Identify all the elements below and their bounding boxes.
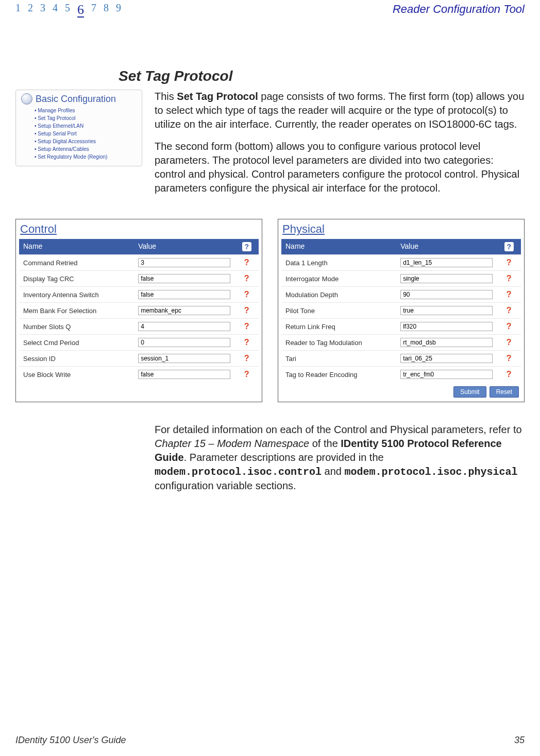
help-header-icon[interactable]: ?: [242, 242, 251, 251]
help-icon[interactable]: ?: [244, 322, 249, 331]
help-icon[interactable]: ?: [507, 306, 512, 315]
basic-config-sidebar: Basic Configuration Manage ProfilesSet T…: [15, 90, 142, 166]
param-help-cell: ?: [234, 271, 259, 286]
bp-mono2: modem.protocol.isoc.physical: [345, 466, 518, 478]
help-icon[interactable]: ?: [244, 290, 249, 299]
param-name: Select Cmd Period: [19, 336, 134, 350]
help-icon[interactable]: ?: [244, 258, 249, 267]
table-row: Interrogator Mode?: [281, 270, 521, 286]
param-value-input[interactable]: [400, 258, 493, 267]
table-row: Select Cmd Period?: [19, 334, 259, 350]
param-value-input[interactable]: [138, 306, 230, 315]
param-value-cell: [396, 255, 497, 270]
help-icon[interactable]: ?: [244, 370, 249, 379]
param-help-cell: ?: [497, 335, 521, 350]
table-row: Command Retried?: [19, 254, 259, 270]
table-row: Data 1 Length?: [281, 254, 521, 270]
param-help-cell: ?: [497, 351, 521, 366]
sidebar-item[interactable]: Setup Digital Accessories: [35, 138, 137, 145]
chapter-link-1[interactable]: 1: [15, 2, 21, 16]
bp-t3: . Parameter descriptions are provided in…: [184, 452, 384, 463]
sidebar-item[interactable]: Setup Antenna/Cables: [35, 145, 137, 153]
help-icon[interactable]: ?: [507, 274, 512, 283]
chapter-link-7[interactable]: 7: [91, 2, 96, 16]
help-icon[interactable]: ?: [507, 322, 512, 331]
bp-t4: and: [322, 466, 344, 477]
chapter-link-9[interactable]: 9: [116, 2, 121, 16]
table-row: Use Block Write?: [19, 366, 259, 382]
help-icon[interactable]: ?: [244, 354, 249, 363]
param-value-input[interactable]: [138, 290, 230, 299]
chapter-link-4[interactable]: 4: [53, 2, 58, 16]
param-value-cell: [134, 319, 234, 334]
help-icon[interactable]: ?: [507, 258, 512, 267]
param-name: Mem Bank For Selection: [19, 304, 134, 318]
param-value-input[interactable]: [400, 354, 493, 363]
table-row: Number Slots Q?: [19, 318, 259, 334]
table-row: Mem Bank For Selection?: [19, 302, 259, 318]
param-name: Reader to Tag Modulation: [281, 336, 396, 350]
sidebar-item[interactable]: Set Regulatory Mode (Region): [35, 153, 137, 161]
param-name: Inventory Antenna Switch: [19, 288, 134, 302]
param-help-cell: ?: [497, 319, 521, 334]
table-row: Display Tag CRC?: [19, 270, 259, 286]
chapter-link-2[interactable]: 2: [28, 2, 33, 16]
param-value-input[interactable]: [138, 338, 230, 347]
param-value-input[interactable]: [138, 322, 230, 331]
param-value-input[interactable]: [400, 370, 493, 379]
sidebar-item[interactable]: Set Tag Protocol: [35, 114, 137, 122]
param-value-input[interactable]: [400, 322, 493, 331]
help-icon[interactable]: ?: [244, 338, 249, 347]
sidebar-item[interactable]: Setup Ethernet/LAN: [35, 122, 137, 130]
help-icon[interactable]: ?: [507, 370, 512, 379]
th-name: Name: [19, 239, 134, 254]
submit-button[interactable]: Submit: [453, 386, 486, 398]
bp-t5: configuration variable sections.: [155, 480, 296, 491]
control-table-header: Name Value ?: [19, 239, 259, 254]
help-icon[interactable]: ?: [507, 338, 512, 347]
control-panel-title: Control: [20, 222, 259, 236]
param-value-cell: [134, 287, 234, 302]
param-value-input[interactable]: [138, 354, 230, 363]
sidebar-title-row: Basic Configuration: [21, 93, 137, 105]
param-value-input[interactable]: [400, 306, 493, 315]
param-value-input[interactable]: [400, 290, 493, 299]
chapter-link-6[interactable]: 6: [77, 3, 84, 18]
chapter-link-3[interactable]: 3: [40, 2, 45, 16]
param-value-cell: [396, 367, 497, 382]
param-value-cell: [396, 351, 497, 366]
param-value-cell: [134, 351, 234, 366]
physical-table-body: Data 1 Length?Interrogator Mode?Modulati…: [281, 254, 521, 382]
param-value-input[interactable]: [138, 370, 230, 379]
sidebar-item[interactable]: Setup Serial Port: [35, 130, 137, 138]
param-value-input[interactable]: [400, 274, 493, 283]
page-header-title: Reader Configuration Tool: [393, 3, 525, 16]
table-row: Tag to Reader Encoding?: [281, 366, 521, 382]
param-help-cell: ?: [234, 303, 259, 318]
sidebar-list: Manage ProfilesSet Tag ProtocolSetup Eth…: [21, 107, 137, 161]
param-help-cell: ?: [497, 287, 521, 302]
param-help-cell: ?: [234, 351, 259, 366]
help-icon[interactable]: ?: [244, 274, 249, 283]
chapter-link-5[interactable]: 5: [65, 2, 70, 16]
param-value-input[interactable]: [138, 274, 230, 283]
param-value-cell: [396, 335, 497, 350]
th-help[interactable]: ?: [497, 239, 521, 254]
param-name: Use Block Write: [19, 368, 134, 382]
param-value-input[interactable]: [400, 338, 493, 347]
reset-button[interactable]: Reset: [490, 386, 519, 398]
sidebar-item[interactable]: Manage Profiles: [35, 107, 137, 114]
table-row: Pilot Tone?: [281, 302, 521, 318]
table-row: Return Link Freq?: [281, 318, 521, 334]
th-value: Value: [134, 239, 234, 254]
param-value-input[interactable]: [138, 258, 230, 267]
param-value-cell: [396, 271, 497, 286]
help-icon[interactable]: ?: [507, 290, 512, 299]
help-icon[interactable]: ?: [244, 306, 249, 315]
chapter-link-8[interactable]: 8: [104, 2, 109, 16]
param-help-cell: ?: [234, 319, 259, 334]
help-icon[interactable]: ?: [507, 354, 512, 363]
param-value-cell: [396, 319, 497, 334]
help-header-icon[interactable]: ?: [504, 242, 514, 251]
th-help[interactable]: ?: [234, 239, 259, 254]
